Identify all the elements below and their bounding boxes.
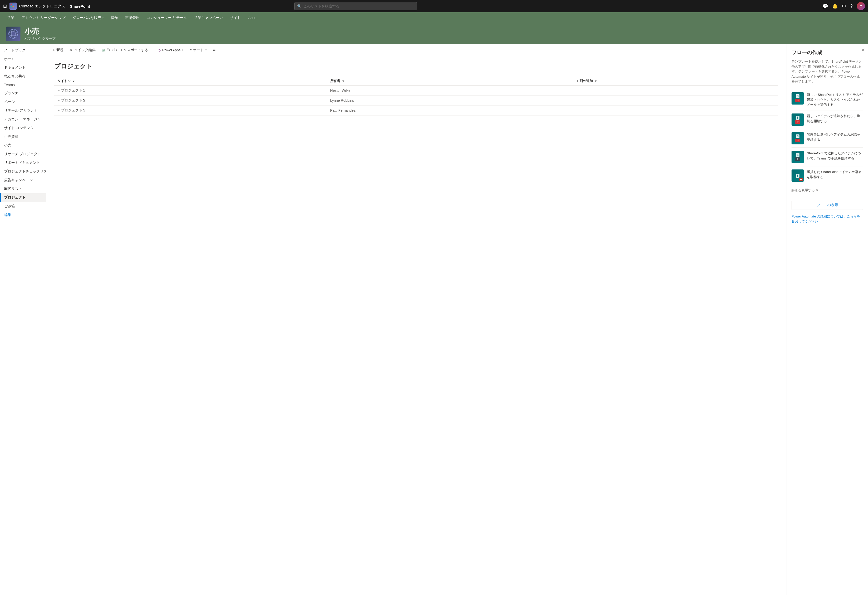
quick-edit-button[interactable]: ✏ クイック編集: [67, 46, 98, 54]
sidebar-item-notebook[interactable]: ノートブック: [0, 46, 46, 55]
flow-template-3[interactable]: S O 管理者に選択したアイテムの承認を要求する: [791, 129, 863, 148]
panel-description: テンプレートを使用して、SharePoint データと他のアプリ間で自動化された…: [791, 59, 863, 84]
separator: [153, 47, 153, 53]
panel-title: フローの作成: [791, 49, 857, 56]
avatar[interactable]: C: [857, 2, 865, 10]
sidebar-item-edit[interactable]: 編集: [0, 211, 46, 219]
flow-template-5[interactable]: S 選択した SharePoint アイテムの署名を取得する: [791, 166, 863, 185]
help-icon[interactable]: ?: [850, 4, 853, 9]
flow-template-2[interactable]: S O 新しいアイテムが追加されたら、承認を開始する: [791, 110, 863, 129]
power-automate-link[interactable]: Power Automate の詳細については、こちらを参照してください: [791, 214, 860, 223]
site-name: 小売: [25, 27, 56, 36]
sidebar-item-checklist[interactable]: プロジェクトチェックリスト: [0, 167, 46, 176]
toolbar: + 新規 ✏ クイック編集 ⊞ Excel にエクスポートする ◇ PowerA…: [46, 44, 786, 56]
new-button[interactable]: + 新規: [50, 46, 66, 54]
sidebar-item-ad-campaign[interactable]: 広告キャンペーン: [0, 176, 46, 184]
sidebar-item-retail[interactable]: 小売: [0, 141, 46, 150]
site-type: パブリック グループ: [25, 36, 56, 41]
sidebar-item-home[interactable]: ホーム: [0, 55, 46, 63]
sidebar-item-retail-account[interactable]: リテール アカウント: [0, 106, 46, 115]
data-table: タイトル ∨ 所有者 ∨ + 列の追加 ∨: [54, 77, 778, 115]
sidebar: ノートブック ホーム ドキュメント 私たちと共有 Teams プランナー ページ…: [0, 44, 46, 595]
panel-footer: フローの表示 Power Automate の詳細については、こちらを参照してく…: [791, 200, 863, 224]
chevron-down-icon-3: ∨: [816, 189, 818, 192]
svg-rect-2: [11, 6, 12, 7]
content-area: + 新規 ✏ クイック編集 ⊞ Excel にエクスポートする ◇ PowerA…: [46, 44, 786, 595]
powerapps-icon: ◇: [158, 48, 161, 52]
nav-bar: 営業 アカウント リーダーシップ グローバルな販売 ▾ 操作 市場管理 コンシュ…: [0, 12, 868, 24]
table-row[interactable]: ↗プロジェクト３ Patti Fernandez: [54, 106, 778, 115]
sidebar-item-planner[interactable]: プランナー: [0, 89, 46, 98]
row-icon-2: ↗: [57, 99, 60, 102]
site-header: 小売 パブリック グループ: [0, 24, 868, 44]
col-add[interactable]: + 列の追加 ∨: [574, 77, 778, 85]
export-excel-button[interactable]: ⊞ Excel にエクスポートする: [99, 46, 151, 54]
nav-item-site[interactable]: サイト: [227, 12, 244, 24]
top-bar: ⊞ Contoso エレクトロニクス SharePoint 🔍 💬 🔔 ⚙ ? …: [0, 0, 868, 12]
sidebar-item-teams[interactable]: Teams: [0, 81, 46, 89]
auto-icon: ≡: [189, 48, 192, 52]
table-row[interactable]: ↗プロジェクト１ Nestor Wilke: [54, 85, 778, 96]
site-info: 小売 パブリック グループ: [25, 27, 56, 41]
sidebar-item-retail-assets[interactable]: 小売資産: [0, 133, 46, 141]
panel-close-button[interactable]: ✕: [861, 47, 865, 53]
col-title[interactable]: タイトル ∨: [54, 77, 327, 85]
sidebar-item-documents[interactable]: ドキュメント: [0, 63, 46, 72]
brand-name: Contoso エレクトロニクス: [19, 4, 65, 9]
sidebar-item-trash[interactable]: ごみ箱: [0, 202, 46, 211]
nav-item-cont[interactable]: Cont...: [245, 12, 261, 24]
brand-logo: [9, 3, 17, 10]
sidebar-item-customer-list[interactable]: 顧客リスト: [0, 184, 46, 193]
nav-item-eigyo[interactable]: 営業: [4, 12, 18, 24]
edit-icon: ✏: [69, 48, 72, 52]
sidebar-item-support[interactable]: サポートドキュメント: [0, 159, 46, 167]
flow-template-4[interactable]: S T SharePoint で選択したアイテムについて、Teams で承認を依…: [791, 148, 863, 166]
chevron-icon: ▾: [102, 17, 103, 19]
app-name: SharePoint: [70, 4, 90, 9]
sidebar-item-research[interactable]: リサーチ プロジェクト: [0, 150, 46, 159]
sidebar-item-site-content[interactable]: サイト コンテンツ: [0, 124, 46, 133]
row-icon: ↗: [57, 89, 60, 92]
nav-item-account-leadership[interactable]: アカウント リーダーシップ: [18, 12, 69, 24]
nav-item-consumer[interactable]: コンシューマー リテール: [143, 12, 190, 24]
sort-icon: ∨: [72, 80, 74, 82]
nav-item-operations[interactable]: 操作: [108, 12, 121, 24]
flow-icon-2: S O: [791, 113, 804, 126]
col-owner[interactable]: 所有者 ∨: [327, 77, 574, 85]
top-bar-right: 💬 🔔 ⚙ ? C: [822, 2, 865, 10]
chat-icon[interactable]: 💬: [822, 3, 828, 9]
search-input[interactable]: [304, 4, 414, 8]
sidebar-item-shared[interactable]: 私たちと共有: [0, 72, 46, 81]
nav-item-campaign[interactable]: 営業キャンペーン: [191, 12, 226, 24]
notification-icon[interactable]: 🔔: [832, 3, 838, 9]
row-icon-3: ↗: [57, 109, 60, 112]
nav-item-market[interactable]: 市場管理: [122, 12, 142, 24]
svg-rect-0: [11, 4, 12, 5]
sort-icon-2: ∨: [342, 80, 344, 82]
search-icon: 🔍: [297, 4, 301, 8]
chevron-down-icon: ▾: [182, 49, 183, 52]
flow-icon-5: S: [791, 169, 804, 182]
table-row[interactable]: ↗プロジェクト２ Lynne Robbins: [54, 96, 778, 106]
view-flows-link[interactable]: フローの表示: [791, 200, 863, 210]
excel-icon: ⊞: [102, 48, 105, 52]
right-panel: ✕ フローの作成 テンプレートを使用して、SharePoint データと他のアプ…: [786, 44, 868, 595]
plus-icon: +: [53, 48, 55, 52]
search-bar[interactable]: 🔍: [294, 2, 417, 10]
sidebar-item-project[interactable]: プロジェクト: [0, 193, 46, 202]
flow-icon-3: S O: [791, 132, 804, 144]
sidebar-item-pages[interactable]: ページ: [0, 98, 46, 106]
more-button[interactable]: •••: [210, 47, 219, 54]
powerapps-button[interactable]: ◇ PowerApps ▾: [155, 47, 186, 54]
site-logo: [6, 27, 21, 41]
svg-rect-1: [13, 4, 14, 5]
sort-icon-3: ∨: [595, 80, 596, 82]
show-more-button[interactable]: 詳細を表示する ∨: [791, 185, 863, 196]
flow-template-1[interactable]: S O 新しい SharePoint リスト アイテムが追加されたら、カスタマイ…: [791, 89, 863, 110]
nav-item-global-sales[interactable]: グローバルな販売 ▾: [69, 12, 107, 24]
sidebar-item-account-manager[interactable]: アカウント マネージャー: [0, 115, 46, 124]
app-grid-icon[interactable]: ⊞: [3, 3, 7, 9]
auto-button[interactable]: ≡ オート ▾: [187, 46, 209, 54]
settings-icon[interactable]: ⚙: [842, 3, 846, 9]
svg-rect-3: [13, 6, 14, 7]
